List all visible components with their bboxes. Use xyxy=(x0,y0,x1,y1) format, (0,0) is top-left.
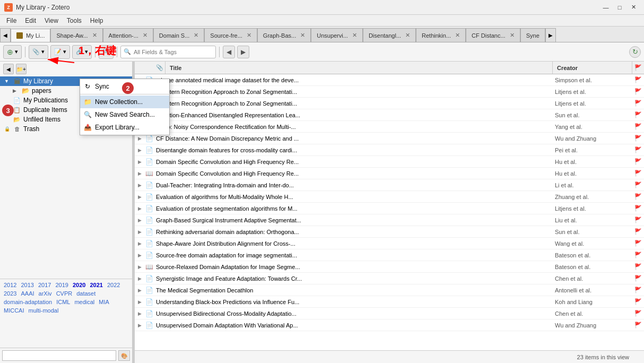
menu-edit[interactable]: Edit xyxy=(21,16,40,25)
tab-5[interactable]: Graph-Bas... ✕ xyxy=(257,28,311,42)
menu-tools[interactable]: Tools xyxy=(63,16,86,25)
tab-mylibrary[interactable]: My Li... xyxy=(11,29,50,42)
minimize-button[interactable]: — xyxy=(599,3,612,12)
table-row[interactable]: ▶📄...Pattern Recognition Approach to Zon… xyxy=(135,98,644,109)
sync-button[interactable]: ↻ xyxy=(629,46,641,58)
tag-miccai[interactable]: MICCAI xyxy=(2,307,26,314)
tab-10[interactable]: Syne xyxy=(520,28,545,42)
table-row[interactable]: ▶📄Graph-Based Surgical Instrument Adapti… xyxy=(135,214,644,226)
tab-close-7[interactable]: ✕ xyxy=(405,32,410,39)
tag-aaai[interactable]: AAAI xyxy=(19,290,36,297)
table-row[interactable]: ▶📄Rethinking adversarial domain adaptati… xyxy=(135,226,644,238)
table-row[interactable]: ▶📄Unsupervised Domain Adaptation With Va… xyxy=(135,319,644,331)
col-header-flag[interactable]: 🚩 xyxy=(632,62,644,74)
row-expand-arrow[interactable]: ▶ xyxy=(135,264,144,270)
table-row[interactable]: ▶📄Domain Specific Convolution and High F… xyxy=(135,156,644,168)
tag-multimodal[interactable]: multi-modal xyxy=(27,307,60,314)
tag-2021[interactable]: 2021 xyxy=(88,281,104,289)
row-expand-arrow[interactable]: ▶ xyxy=(135,218,144,223)
tab-close-2[interactable]: ✕ xyxy=(143,32,147,39)
row-expand-arrow[interactable]: ▶ xyxy=(135,229,144,235)
table-row[interactable]: ▶📄BiCro: Noisy Correspondence Rectificat… xyxy=(135,121,644,133)
table-row[interactable]: ▶📖Source-Relaxed Domain Adaptation for I… xyxy=(135,261,644,273)
table-row[interactable]: ▶📄Evaluation of prostate segmentation al… xyxy=(135,203,644,214)
row-expand-arrow[interactable]: ▶ xyxy=(135,323,144,328)
ctx-item-export[interactable]: 📤 Export Library... xyxy=(80,121,169,134)
new-item-button[interactable]: ⊕ ▾ xyxy=(3,45,22,59)
tag-2017[interactable]: 2017 xyxy=(37,281,53,289)
col-header-title[interactable]: Title xyxy=(166,62,553,74)
tab-forward-button[interactable]: ▶ xyxy=(545,28,556,42)
row-expand-arrow[interactable]: ▶ xyxy=(135,136,144,141)
tab-close-3[interactable]: ✕ xyxy=(194,32,198,39)
table-row[interactable]: ▶📄Shape-Aware Joint Distribution Alignme… xyxy=(135,238,644,249)
tag-search-input[interactable] xyxy=(2,350,116,361)
table-row[interactable]: ▶📄...large annotated medical image datas… xyxy=(135,74,644,86)
tag-dataset[interactable]: dataset xyxy=(75,290,97,297)
tab-back-button[interactable]: ◀ xyxy=(0,28,11,42)
nav-prev-button[interactable]: ◀ xyxy=(223,46,235,58)
tag-2019[interactable]: 2019 xyxy=(54,281,69,289)
menu-file[interactable]: File xyxy=(2,16,21,25)
row-expand-arrow[interactable]: ▶ xyxy=(135,171,144,176)
tab-4[interactable]: Source-fre... ✕ xyxy=(204,28,257,42)
table-row[interactable]: ▶📄Dual-Teacher: Integrating Intra-domain… xyxy=(135,179,644,191)
new-note-button[interactable]: 📝 ▾ xyxy=(50,45,70,59)
table-row[interactable]: ▶📄Evaluation of algorithms for Multi-Mod… xyxy=(135,191,644,203)
tab-3[interactable]: Domain S... ✕ xyxy=(153,28,204,42)
tab-1[interactable]: Shape-Aw... ✕ xyxy=(50,28,102,42)
maximize-button[interactable]: □ xyxy=(613,3,626,12)
tab-close-1[interactable]: ✕ xyxy=(92,32,97,39)
search-input[interactable] xyxy=(120,46,216,58)
tab-close-9[interactable]: ✕ xyxy=(510,32,515,39)
tag-cvpr[interactable]: CVPR xyxy=(55,290,74,297)
tag-2023[interactable]: 2023 xyxy=(2,290,18,297)
row-expand-arrow[interactable]: ▶ xyxy=(135,159,144,165)
tab-7[interactable]: Disentangl... ✕ xyxy=(363,28,416,42)
add-attachment-button[interactable]: 📎 ▾ xyxy=(29,45,48,59)
tab-close-6[interactable]: ✕ xyxy=(352,32,357,39)
tab-9[interactable]: CF Distanc... ✕ xyxy=(466,28,520,42)
tag-2012[interactable]: 2012 xyxy=(2,281,18,289)
table-row[interactable]: ▶📄Unsupervised Bidirectional Cross-Modal… xyxy=(135,308,644,319)
table-row[interactable]: ▶📄Source-free domain adaptation for imag… xyxy=(135,249,644,261)
tag-2022[interactable]: 2022 xyxy=(106,281,121,289)
locate-button[interactable]: 🔍 xyxy=(99,45,114,59)
table-row[interactable]: ▶📄Synergistic Image and Feature Adaptati… xyxy=(135,273,644,284)
menu-view[interactable]: View xyxy=(40,16,63,25)
tab-8[interactable]: Rethinkin... ✕ xyxy=(416,28,466,42)
close-button[interactable]: ✕ xyxy=(627,3,640,12)
tab-close-5[interactable]: ✕ xyxy=(300,32,305,39)
tab-close-4[interactable]: ✕ xyxy=(247,32,251,39)
row-expand-arrow[interactable]: ▶ xyxy=(135,183,144,188)
ctx-item-new-collection[interactable]: 📁 New Collection... xyxy=(80,96,169,108)
tag-icml[interactable]: ICML xyxy=(55,298,72,306)
tab-close-8[interactable]: ✕ xyxy=(455,32,460,39)
attach-link-button[interactable]: 🔗 ▾ xyxy=(72,45,92,59)
table-row[interactable]: ▶📄Understanding Black-box Predictions vi… xyxy=(135,296,644,308)
table-row[interactable]: ▶📄The Medical Segmentation DecathlonAnto… xyxy=(135,284,644,296)
tag-mia[interactable]: MIA xyxy=(97,298,111,306)
ctx-item-new-saved-search[interactable]: 🔍 New Saved Search... xyxy=(80,108,169,121)
row-expand-arrow[interactable]: ▶ xyxy=(135,206,144,211)
row-expand-arrow[interactable]: ▶ xyxy=(135,194,144,200)
menu-help[interactable]: Help xyxy=(86,16,108,25)
tag-color-button[interactable]: 🎨 xyxy=(118,350,130,361)
new-collection-sidebar-button[interactable]: 📁+ xyxy=(16,64,27,74)
table-row[interactable]: ▶📄Disentangle domain features for cross-… xyxy=(135,144,644,156)
row-expand-arrow[interactable]: ▶ xyxy=(135,253,144,258)
row-expand-arrow[interactable]: ▶ xyxy=(135,276,144,281)
table-row[interactable]: ▶📄CF Distance: A New Domain Discrepancy … xyxy=(135,133,644,144)
tag-domain-adaptation[interactable]: domain-adaptation xyxy=(2,298,54,306)
tag-2013[interactable]: 2013 xyxy=(19,281,35,289)
tab-2[interactable]: Attention-... ✕ xyxy=(103,28,153,42)
table-row[interactable]: ▶📄Attention-Enhanced Disentangled Repres… xyxy=(135,109,644,121)
row-expand-arrow[interactable]: ▶ xyxy=(135,148,144,153)
tab-6[interactable]: Unsupervi... ✕ xyxy=(311,28,363,42)
row-expand-arrow[interactable]: ▶ xyxy=(135,288,144,293)
row-expand-arrow[interactable]: ▶ xyxy=(135,311,144,316)
col-header-attachment[interactable]: 📎 xyxy=(154,62,166,74)
table-row[interactable]: ▶📄...Pattern Recognition Approach to Zon… xyxy=(135,86,644,98)
tag-medical[interactable]: medical xyxy=(73,298,96,306)
row-expand-arrow[interactable]: ▶ xyxy=(135,241,144,246)
